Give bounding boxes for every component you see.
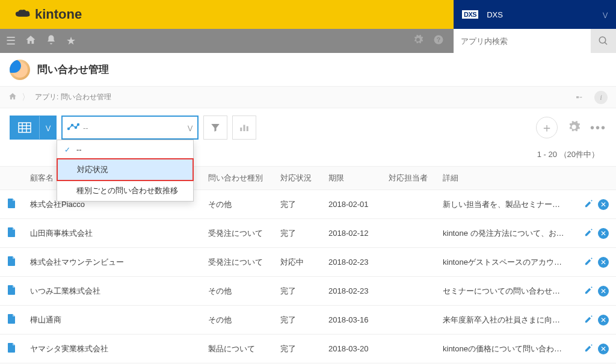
cell-detail: kintoneゲストスペースのアカウン… xyxy=(436,248,574,277)
svg-text:?: ? xyxy=(437,35,440,43)
dropdown-item[interactable]: ✓ -- xyxy=(57,140,193,159)
breadcrumb-sep: 〉 xyxy=(22,92,30,103)
edit-button[interactable] xyxy=(584,344,593,354)
col-status[interactable]: 対応状況 xyxy=(273,167,321,190)
cell-due: 2018-03-16 xyxy=(321,306,381,335)
cell-status: 完了 xyxy=(273,335,321,363)
svg-rect-13 xyxy=(240,128,242,131)
chart-button[interactable] xyxy=(232,116,256,140)
star-icon[interactable]: ★ xyxy=(66,34,76,48)
cell-assignee xyxy=(381,306,436,335)
search-wrap xyxy=(454,29,616,53)
search-button[interactable] xyxy=(591,29,616,53)
cell-status: 対応中 xyxy=(273,248,321,277)
chevron-down-icon: ⋁ xyxy=(188,125,192,131)
dropdown-item[interactable]: 種別ごとの問い合わせ数推移 xyxy=(57,180,193,201)
menu-icon[interactable]: ☰ xyxy=(6,34,16,48)
cell-type: 受発注について xyxy=(201,219,273,248)
settings-button[interactable] xyxy=(567,120,581,135)
kintone-cloud-icon xyxy=(14,8,31,20)
cell-assignee xyxy=(381,219,436,248)
add-button[interactable]: ＋ xyxy=(536,117,558,138)
col-detail[interactable]: 詳細 xyxy=(436,167,574,190)
cell-customer: 樺山通商 xyxy=(23,306,201,335)
filter-button[interactable] xyxy=(203,116,227,140)
edit-button[interactable] xyxy=(584,315,593,325)
cell-detail: 来年度新卒入社の社員さまに向けて… xyxy=(436,306,574,335)
breadcrumb-label: アプリ: 問い合わせ管理 xyxy=(35,92,111,102)
graph-value: -- xyxy=(83,123,188,132)
app-title: 問い合わせ管理 xyxy=(37,63,109,76)
ellipsis-icon: ••• xyxy=(590,121,606,134)
cell-customer: いつみ工業株式会社 xyxy=(23,277,201,306)
cell-customer: 株式会社マウンテンビュー xyxy=(23,248,201,277)
delete-button[interactable]: ✕ xyxy=(598,286,609,297)
search-input[interactable] xyxy=(454,29,591,53)
table-row[interactable]: 樺山通商その他完了2018-03-16来年度新卒入社の社員さまに向けて…✕ xyxy=(0,306,616,335)
more-button[interactable]: ••• xyxy=(590,121,606,135)
edit-button[interactable] xyxy=(584,257,593,268)
app-avatar xyxy=(10,60,30,80)
delete-button[interactable]: ✕ xyxy=(598,199,609,210)
help-icon[interactable]: ? xyxy=(433,34,444,48)
pin-icon[interactable] xyxy=(575,92,584,102)
bar-chart-icon xyxy=(239,122,250,133)
cell-type: 製品について xyxy=(201,335,273,363)
edit-button[interactable] xyxy=(584,228,593,239)
file-icon xyxy=(7,200,16,210)
cell-type: 受発注について xyxy=(201,248,273,277)
cell-assignee xyxy=(381,277,436,306)
home-icon[interactable] xyxy=(25,34,36,48)
edit-button[interactable] xyxy=(584,286,593,297)
gear-icon[interactable] xyxy=(413,34,424,48)
info-icon[interactable]: i xyxy=(594,91,608,104)
dropdown-item-highlighted[interactable]: 対応状況 xyxy=(57,158,194,181)
cell-detail: 新しい担当者を、製品セミナーに参… xyxy=(436,190,574,219)
table-row[interactable]: いつみ工業株式会社その他完了2018-02-23セミナーについての問い合わせ。k… xyxy=(0,277,616,306)
org-badge: DXS xyxy=(462,10,478,19)
cell-status: 完了 xyxy=(273,277,321,306)
org-name: DXS xyxy=(487,10,503,19)
svg-point-2 xyxy=(599,37,606,43)
org-selector[interactable]: DXS DXS ⋁ xyxy=(454,0,616,29)
col-due[interactable]: 期限 xyxy=(321,167,381,190)
cell-assignee xyxy=(381,335,436,363)
table-row[interactable]: 山田商事株式会社受発注について完了2018-02-12kintone の発注方法… xyxy=(0,219,616,248)
dropdown-item-label: 対応状況 xyxy=(77,164,108,175)
logo[interactable]: kintone xyxy=(14,7,82,22)
file-icon xyxy=(7,315,16,325)
delete-button[interactable]: ✕ xyxy=(598,315,609,325)
cell-detail: kintone の発注方法について、お問… xyxy=(436,219,574,248)
gear-icon xyxy=(567,120,581,134)
svg-rect-15 xyxy=(247,126,248,131)
table-row[interactable]: 株式会社マウンテンビュー受発注について対応中2018-02-23kintoneゲ… xyxy=(0,248,616,277)
dropdown-item-label: 種別ごとの問い合わせ数推移 xyxy=(76,185,178,196)
delete-button[interactable]: ✕ xyxy=(598,228,609,239)
file-icon xyxy=(7,229,16,239)
col-type[interactable]: 問い合わせ種別 xyxy=(201,167,273,190)
line-chart-icon xyxy=(67,123,79,133)
search-icon xyxy=(598,35,609,46)
col-assignee[interactable]: 対応担当者 xyxy=(381,167,436,190)
cell-due: 2018-03-20 xyxy=(321,335,381,363)
cell-detail: セミナーについての問い合わせ。ki… xyxy=(436,277,574,306)
top-bar: kintone DXS DXS ⋁ xyxy=(0,0,616,29)
breadcrumb: 〉 アプリ: 問い合わせ管理 i xyxy=(0,87,616,108)
plus-icon: ＋ xyxy=(541,120,553,136)
delete-button[interactable]: ✕ xyxy=(598,257,609,268)
cell-customer: 山田商事株式会社 xyxy=(23,219,201,248)
chevron-down-icon: ⋁ xyxy=(603,11,608,18)
view-mode[interactable]: ⋁ xyxy=(10,116,57,140)
bell-icon[interactable] xyxy=(46,34,57,48)
cell-assignee xyxy=(381,190,436,219)
dropdown-item-label: -- xyxy=(76,145,82,154)
brand-text: kintone xyxy=(35,7,82,22)
delete-button[interactable]: ✕ xyxy=(598,344,609,354)
graph-selector[interactable]: -- ⋁ xyxy=(61,116,199,140)
cell-due: 2018-02-23 xyxy=(321,277,381,306)
home-icon[interactable] xyxy=(8,92,17,102)
table-row[interactable]: ヤマシタ実業株式会社製品について完了2018-03-20kintoneの価格につ… xyxy=(0,335,616,363)
file-icon xyxy=(7,344,16,354)
edit-button[interactable] xyxy=(584,199,593,210)
file-icon xyxy=(7,258,16,268)
